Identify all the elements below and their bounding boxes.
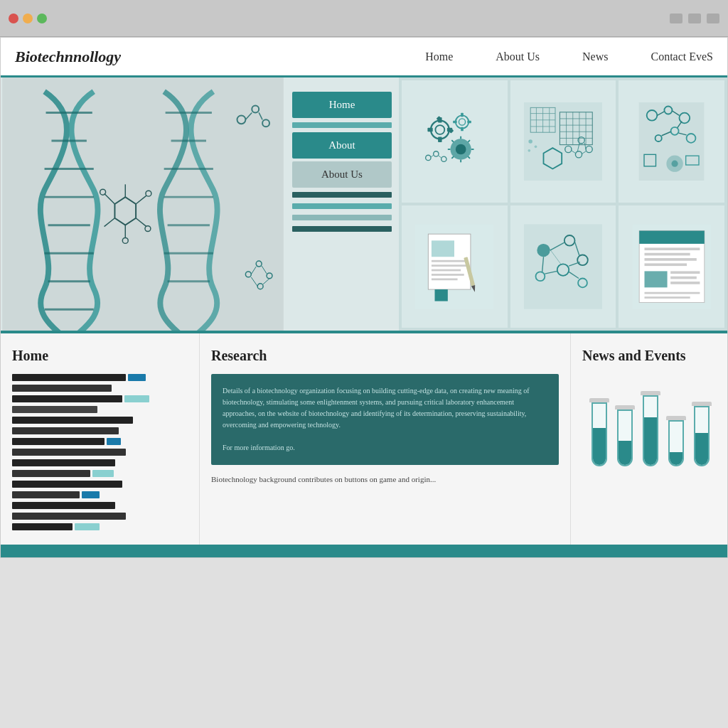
bar-seg [12, 427, 119, 434]
bar-seg [107, 438, 121, 445]
bar-seg [12, 417, 133, 424]
svg-rect-125 [435, 289, 448, 301]
dropdown-bar-5 [292, 226, 392, 232]
bottom-sections: Home [1, 333, 727, 545]
research-text: Details of a biotechnology organization … [223, 385, 547, 431]
test-tubes-illustration [582, 374, 716, 473]
dot-yellow[interactable] [23, 14, 33, 23]
hero-illustrations [399, 77, 727, 331]
bar-row-15 [12, 523, 188, 530]
top-nav: Biotechnnollogy Home About Us News Conta… [1, 38, 727, 77]
tube-4 [668, 420, 684, 466]
dna-svg [1, 77, 285, 331]
svg-rect-147 [644, 271, 667, 287]
dropdown-bar-4 [292, 215, 392, 220]
bar-seg [124, 395, 149, 402]
nav-home[interactable]: Home [425, 50, 453, 63]
svg-rect-148 [670, 271, 700, 274]
browser-btn-1[interactable] [670, 14, 682, 23]
footer-bar [1, 545, 727, 557]
svg-rect-121 [432, 274, 464, 276]
bar-seg [12, 491, 80, 498]
tube-fill-3 [644, 417, 657, 465]
dropdown-home[interactable]: Home [292, 92, 392, 118]
browser-controls [670, 14, 719, 23]
bar-row-14 [12, 513, 188, 520]
bar-seg [75, 523, 100, 530]
dropdown-about[interactable]: About [292, 132, 392, 159]
svg-rect-150 [670, 282, 700, 284]
bar-chart [12, 374, 188, 530]
bar-row-4 [12, 406, 188, 413]
svg-rect-152 [644, 296, 690, 299]
bar-seg [12, 513, 126, 520]
svg-rect-146 [644, 263, 687, 266]
section-research: Research Details of a biotechnology orga… [200, 333, 571, 545]
hero-cell-gears [402, 80, 508, 203]
nav-contact[interactable]: Contact EveS [651, 50, 713, 63]
tube-3 [643, 395, 658, 466]
svg-rect-144 [644, 253, 690, 256]
research-section-title: Research [211, 348, 559, 364]
hero-cell-molecules [619, 80, 724, 203]
svg-point-90 [528, 149, 530, 152]
bar-seg [12, 523, 73, 530]
bar-seg [12, 374, 126, 381]
tube-wrap-5 [692, 402, 712, 466]
hero-dropdown: Home About About Us [285, 77, 399, 331]
tube-fill-2 [619, 441, 631, 465]
browser-chrome [0, 0, 728, 37]
svg-point-88 [528, 139, 532, 144]
tube-wrap-4 [666, 416, 686, 466]
bar-row-13 [12, 502, 188, 509]
dot-red[interactable] [9, 14, 18, 23]
bar-seg [92, 470, 114, 477]
svg-rect-120 [432, 269, 461, 272]
dot-green[interactable] [37, 14, 47, 23]
tube-wrap-1 [589, 398, 609, 466]
section-home: Home [1, 333, 200, 545]
bar-seg [12, 438, 105, 445]
svg-rect-122 [432, 279, 458, 281]
nav-about-us[interactable]: About Us [496, 50, 540, 63]
tube-fill-4 [670, 452, 682, 465]
svg-rect-119 [432, 264, 467, 267]
bar-seg [12, 406, 97, 413]
svg-rect-143 [644, 247, 700, 250]
nav-news[interactable]: News [582, 50, 608, 63]
news-section-title: News and Events [582, 348, 716, 364]
bar-row-5 [12, 417, 188, 424]
bar-row-9 [12, 459, 188, 466]
dropdown-bar-2 [292, 192, 392, 198]
svg-rect-149 [670, 277, 697, 279]
section-news: News and Events [571, 333, 727, 545]
dropdown-bar-3 [292, 203, 392, 209]
nav-links: Home About Us News Contact EveS [425, 50, 713, 63]
svg-rect-145 [644, 258, 696, 261]
hero-cell-article [619, 205, 724, 328]
bar-row-6 [12, 427, 188, 434]
browser-btn-2[interactable] [688, 14, 701, 23]
bar-seg [128, 374, 146, 381]
tube-fill-1 [593, 428, 606, 465]
bar-row-7 [12, 438, 188, 445]
svg-rect-54 [468, 121, 472, 124]
bar-row-12 [12, 491, 188, 498]
hero-cell-mesh [510, 80, 616, 203]
svg-point-56 [456, 144, 466, 155]
svg-rect-45 [428, 128, 433, 132]
browser-btn-3[interactable] [707, 14, 719, 23]
svg-rect-151 [644, 292, 700, 294]
dropdown-bar-1 [292, 122, 392, 128]
bar-seg [12, 470, 90, 477]
bar-row-2 [12, 385, 188, 392]
research-body: Details of a biotechnology organization … [211, 374, 559, 465]
bar-row-10 [12, 470, 188, 477]
home-section-title: Home [12, 348, 188, 364]
svg-rect-51 [461, 113, 464, 117]
tube-wrap-2 [615, 405, 635, 466]
dropdown-about-us[interactable]: About Us [292, 161, 392, 188]
svg-rect-44 [438, 137, 442, 142]
hero-cell-document [402, 205, 508, 328]
svg-rect-126 [524, 224, 602, 309]
